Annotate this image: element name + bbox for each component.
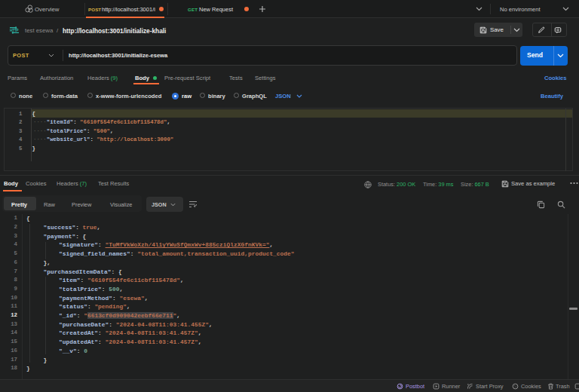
svg-text:HTTP: HTTP bbox=[10, 29, 19, 32]
